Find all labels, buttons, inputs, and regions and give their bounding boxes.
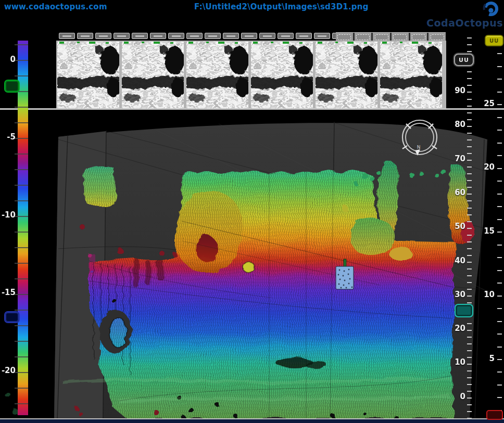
scale-label: 90 bbox=[451, 86, 465, 95]
scale-tick bbox=[467, 44, 472, 45]
scale-tick bbox=[497, 66, 502, 67]
sonar-thumbnail-image bbox=[122, 42, 184, 108]
sonar-thumbnail-row bbox=[57, 42, 442, 108]
sonar-thumbnail-image bbox=[186, 42, 248, 108]
toolbar-button-glyph bbox=[281, 35, 290, 37]
toolbar-button[interactable] bbox=[186, 33, 203, 39]
toolbar-button[interactable] bbox=[114, 33, 130, 39]
horizontal-splitter[interactable] bbox=[0, 108, 504, 110]
sonar-thumbnail[interactable] bbox=[380, 42, 442, 108]
scale-tick bbox=[467, 78, 472, 79]
toolbar-button[interactable] bbox=[241, 33, 257, 39]
toolbar-button[interactable] bbox=[259, 33, 275, 39]
brand-wordmark: CodaOctopus bbox=[426, 17, 503, 29]
scale-tick bbox=[467, 37, 472, 39]
scale-label: 25 bbox=[480, 99, 495, 108]
toolbar-button-glyph bbox=[299, 35, 308, 37]
toolbar-button[interactable] bbox=[77, 33, 93, 39]
toolbar-button[interactable] bbox=[150, 33, 166, 39]
toolbar-button-glyph bbox=[318, 35, 326, 37]
toolbar-button-glyph bbox=[226, 35, 235, 37]
scale-tick bbox=[497, 104, 502, 105]
scale-tick bbox=[467, 106, 472, 107]
sonar-thumbnail-image bbox=[316, 42, 377, 108]
sonar-thumbnail[interactable] bbox=[122, 42, 184, 108]
toolbar-button[interactable] bbox=[95, 33, 111, 39]
toolbar-button[interactable] bbox=[205, 33, 221, 39]
teal-marker-button[interactable] bbox=[455, 304, 473, 317]
toolbar-button-glyph bbox=[172, 35, 181, 37]
toolbar-button[interactable] bbox=[223, 33, 239, 39]
toolbar-button-glyph bbox=[117, 35, 126, 37]
sonar-thumbnail-image bbox=[57, 42, 119, 108]
sonar-3d-viewport[interactable]: N bbox=[0, 110, 504, 419]
navy-marker-button[interactable] bbox=[4, 311, 20, 323]
uu-gray-button[interactable]: UU bbox=[454, 54, 474, 66]
toolbar-button-glyph bbox=[62, 35, 71, 37]
toolbar-button-glyph bbox=[81, 35, 90, 37]
sonar-thumbnail[interactable] bbox=[57, 42, 119, 108]
toolbar-button-glyph bbox=[190, 35, 199, 37]
green-marker-button[interactable] bbox=[4, 80, 20, 93]
filmstrip-frame-glyph bbox=[431, 34, 444, 40]
compass-north-label: N bbox=[417, 145, 421, 150]
toolbar-button[interactable] bbox=[296, 33, 312, 39]
toolbar-button-glyph bbox=[263, 35, 272, 37]
sonar-thumbnail[interactable] bbox=[186, 42, 248, 108]
scale-tick bbox=[497, 92, 502, 93]
toolbar-button[interactable] bbox=[59, 33, 75, 39]
scale-tick bbox=[467, 51, 472, 52]
filmstrip-frame-glyph bbox=[375, 34, 388, 40]
scale-tick bbox=[467, 92, 472, 93]
toolbar-button-glyph bbox=[99, 35, 108, 37]
toolbar-button-row bbox=[59, 33, 348, 39]
toolbar-button[interactable] bbox=[278, 33, 294, 39]
scale-tick bbox=[467, 99, 472, 100]
sonar-thumbnail-image bbox=[251, 42, 313, 108]
toolbar-button-glyph bbox=[135, 35, 144, 37]
depth-colorbar bbox=[18, 41, 28, 415]
uu-yellow-button[interactable]: UU bbox=[485, 35, 503, 46]
scale-tick bbox=[467, 85, 472, 86]
filmstrip-frame-glyph bbox=[393, 34, 407, 40]
scale-tick bbox=[467, 71, 472, 72]
toolbar-button[interactable] bbox=[132, 33, 148, 39]
filmstrip-frame-glyph bbox=[337, 34, 351, 40]
bottom-status-bar bbox=[0, 419, 504, 423]
toolbar-button-glyph bbox=[154, 35, 162, 37]
sonar-thumbnail[interactable] bbox=[251, 42, 313, 108]
red-marker-button[interactable] bbox=[486, 410, 503, 420]
filmstrip-frame-glyph bbox=[356, 34, 370, 40]
sonar-thumbnail[interactable] bbox=[316, 42, 377, 108]
file-path-text: F:\Untitled2\Output\Images\sd3D1.png bbox=[194, 2, 369, 11]
toolbar-button-glyph bbox=[245, 35, 254, 37]
toolbar-button[interactable] bbox=[168, 33, 184, 39]
scale-label: 0 bbox=[0, 55, 16, 64]
website-link[interactable]: www.codaoctopus.com bbox=[4, 2, 107, 11]
scale-tick bbox=[497, 53, 502, 54]
sonar-thumbnail-image bbox=[380, 42, 442, 108]
toolbar-button-glyph bbox=[208, 35, 217, 37]
toolbar-button[interactable] bbox=[314, 33, 330, 39]
scale-tick bbox=[497, 79, 502, 80]
filmstrip-frame-glyph bbox=[412, 34, 425, 40]
